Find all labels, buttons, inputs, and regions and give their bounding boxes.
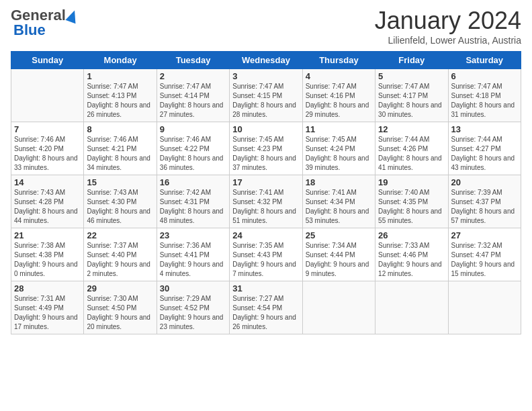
calendar-cell: 17Sunrise: 7:41 AMSunset: 4:32 PMDayligh… [230,175,302,228]
logo-blue-text: Blue [13,21,46,39]
day-info: Sunrise: 7:33 AMSunset: 4:46 PMDaylight:… [378,241,445,279]
day-info: Sunrise: 7:35 AMSunset: 4:43 PMDaylight:… [232,241,299,279]
day-info: Sunrise: 7:39 AMSunset: 4:37 PMDaylight:… [451,188,518,226]
day-number: 30 [160,283,226,293]
day-info: Sunrise: 7:47 AMSunset: 4:16 PMDaylight:… [306,82,372,120]
calendar-cell: 10Sunrise: 7:45 AMSunset: 4:23 PMDayligh… [230,122,302,175]
calendar-cell [375,281,448,334]
calendar-cell: 1Sunrise: 7:47 AMSunset: 4:13 PMDaylight… [84,69,157,122]
day-number: 27 [451,230,518,240]
calendar-cell [302,281,375,334]
day-number: 23 [160,230,226,240]
calendar-week-row: 1Sunrise: 7:47 AMSunset: 4:13 PMDaylight… [11,69,521,122]
day-number: 24 [232,230,299,240]
calendar-cell: 13Sunrise: 7:44 AMSunset: 4:27 PMDayligh… [448,122,521,175]
calendar-cell: 20Sunrise: 7:39 AMSunset: 4:37 PMDayligh… [448,175,521,228]
calendar-cell: 24Sunrise: 7:35 AMSunset: 4:43 PMDayligh… [230,228,302,281]
day-number: 15 [87,177,153,187]
calendar-cell: 26Sunrise: 7:33 AMSunset: 4:46 PMDayligh… [375,228,448,281]
calendar-cell: 16Sunrise: 7:42 AMSunset: 4:31 PMDayligh… [157,175,229,228]
location-text: Lilienfeld, Lower Austria, Austria [375,35,521,46]
calendar-cell: 19Sunrise: 7:40 AMSunset: 4:35 PMDayligh… [375,175,448,228]
calendar-cell: 4Sunrise: 7:47 AMSunset: 4:16 PMDaylight… [302,69,375,122]
day-info: Sunrise: 7:41 AMSunset: 4:34 PMDaylight:… [306,188,372,226]
calendar-cell: 23Sunrise: 7:36 AMSunset: 4:41 PMDayligh… [157,228,229,281]
day-info: Sunrise: 7:30 AMSunset: 4:50 PMDaylight:… [87,294,153,332]
day-number: 18 [306,177,372,187]
day-number: 19 [378,177,445,187]
calendar-cell: 28Sunrise: 7:31 AMSunset: 4:49 PMDayligh… [11,281,84,334]
calendar-cell: 27Sunrise: 7:32 AMSunset: 4:47 PMDayligh… [448,228,521,281]
calendar-week-row: 28Sunrise: 7:31 AMSunset: 4:49 PMDayligh… [11,281,521,334]
day-number: 20 [451,177,518,187]
calendar-cell: 31Sunrise: 7:27 AMSunset: 4:54 PMDayligh… [230,281,302,334]
calendar-cell: 30Sunrise: 7:29 AMSunset: 4:52 PMDayligh… [157,281,229,334]
day-info: Sunrise: 7:46 AMSunset: 4:21 PMDaylight:… [87,135,153,173]
day-number: 1 [87,71,153,81]
logo-triangle-icon [65,9,79,24]
calendar-cell: 11Sunrise: 7:45 AMSunset: 4:24 PMDayligh… [302,122,375,175]
day-info: Sunrise: 7:36 AMSunset: 4:41 PMDaylight:… [160,241,226,279]
day-number: 28 [14,283,81,293]
calendar-week-row: 7Sunrise: 7:46 AMSunset: 4:20 PMDaylight… [11,122,521,175]
day-info: Sunrise: 7:40 AMSunset: 4:35 PMDaylight:… [378,188,445,226]
day-info: Sunrise: 7:45 AMSunset: 4:23 PMDaylight:… [232,135,299,173]
day-number: 12 [378,124,445,134]
day-info: Sunrise: 7:47 AMSunset: 4:13 PMDaylight:… [87,82,153,120]
calendar-week-row: 14Sunrise: 7:43 AMSunset: 4:28 PMDayligh… [11,175,521,228]
logo: General Blue [11,7,78,39]
day-info: Sunrise: 7:47 AMSunset: 4:14 PMDaylight:… [160,82,226,120]
calendar-cell: 5Sunrise: 7:47 AMSunset: 4:17 PMDaylight… [375,69,448,122]
calendar-cell: 15Sunrise: 7:43 AMSunset: 4:30 PMDayligh… [84,175,157,228]
calendar-cell: 25Sunrise: 7:34 AMSunset: 4:44 PMDayligh… [302,228,375,281]
day-info: Sunrise: 7:43 AMSunset: 4:30 PMDaylight:… [87,188,153,226]
day-info: Sunrise: 7:44 AMSunset: 4:26 PMDaylight:… [378,135,445,173]
weekday-header-wednesday: Wednesday [230,52,302,69]
day-number: 4 [306,71,372,81]
day-number: 16 [160,177,226,187]
calendar-week-row: 21Sunrise: 7:38 AMSunset: 4:38 PMDayligh… [11,228,521,281]
title-section: January 2024 Lilienfeld, Lower Austria, … [375,7,521,46]
weekday-header-thursday: Thursday [302,52,375,69]
day-info: Sunrise: 7:27 AMSunset: 4:54 PMDaylight:… [232,294,299,332]
calendar-cell: 29Sunrise: 7:30 AMSunset: 4:50 PMDayligh… [84,281,157,334]
day-info: Sunrise: 7:31 AMSunset: 4:49 PMDaylight:… [14,294,81,332]
day-info: Sunrise: 7:32 AMSunset: 4:47 PMDaylight:… [451,241,518,279]
day-number: 29 [87,283,153,293]
day-number: 6 [451,71,518,81]
day-number: 10 [232,124,299,134]
day-info: Sunrise: 7:37 AMSunset: 4:40 PMDaylight:… [87,241,153,279]
calendar-cell: 14Sunrise: 7:43 AMSunset: 4:28 PMDayligh… [11,175,84,228]
day-info: Sunrise: 7:42 AMSunset: 4:31 PMDaylight:… [160,188,226,226]
calendar-header-row: SundayMondayTuesdayWednesdayThursdayFrid… [11,52,521,69]
day-info: Sunrise: 7:47 AMSunset: 4:15 PMDaylight:… [232,82,299,120]
day-info: Sunrise: 7:44 AMSunset: 4:27 PMDaylight:… [451,135,518,173]
day-number: 21 [14,230,81,240]
day-info: Sunrise: 7:45 AMSunset: 4:24 PMDaylight:… [306,135,372,173]
day-info: Sunrise: 7:46 AMSunset: 4:22 PMDaylight:… [160,135,226,173]
day-info: Sunrise: 7:41 AMSunset: 4:32 PMDaylight:… [232,188,299,226]
day-number: 3 [232,71,299,81]
day-number: 11 [306,124,372,134]
day-number: 25 [306,230,372,240]
page-container: General Blue January 2024 Lilienfeld, Lo… [0,0,532,341]
day-number: 26 [378,230,445,240]
calendar-cell: 21Sunrise: 7:38 AMSunset: 4:38 PMDayligh… [11,228,84,281]
weekday-header-sunday: Sunday [11,52,84,69]
day-info: Sunrise: 7:29 AMSunset: 4:52 PMDaylight:… [160,294,226,332]
day-number: 8 [87,124,153,134]
day-info: Sunrise: 7:34 AMSunset: 4:44 PMDaylight:… [306,241,372,279]
calendar-cell: 22Sunrise: 7:37 AMSunset: 4:40 PMDayligh… [84,228,157,281]
day-number: 17 [232,177,299,187]
day-info: Sunrise: 7:46 AMSunset: 4:20 PMDaylight:… [14,135,81,173]
calendar-cell: 8Sunrise: 7:46 AMSunset: 4:21 PMDaylight… [84,122,157,175]
calendar-cell: 2Sunrise: 7:47 AMSunset: 4:14 PMDaylight… [157,69,229,122]
day-number: 9 [160,124,226,134]
weekday-header-saturday: Saturday [448,52,521,69]
calendar-cell: 18Sunrise: 7:41 AMSunset: 4:34 PMDayligh… [302,175,375,228]
month-title: January 2024 [375,7,521,35]
day-number: 13 [451,124,518,134]
calendar-cell [448,281,521,334]
day-info: Sunrise: 7:43 AMSunset: 4:28 PMDaylight:… [14,188,81,226]
weekday-header-tuesday: Tuesday [157,52,229,69]
